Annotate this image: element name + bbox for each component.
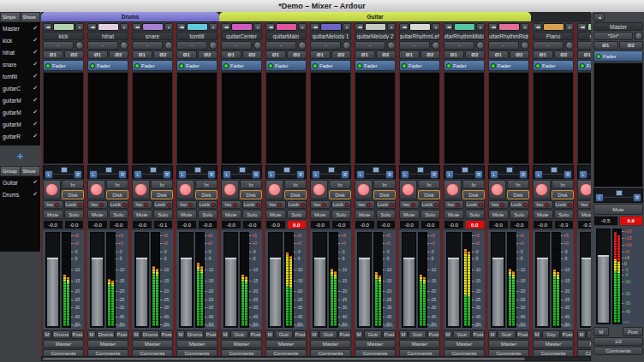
- strip-input-button[interactable]: -: [355, 41, 385, 50]
- solo-isolate-button[interactable]: Iso: [488, 200, 509, 209]
- monitor-input-button[interactable]: In: [62, 180, 84, 189]
- strip-name-button[interactable]: guitarRhythmLeft: [399, 32, 440, 40]
- gain-display[interactable]: -0.0: [132, 220, 152, 229]
- pan-left-button[interactable]: L: [89, 170, 98, 179]
- comments-button[interactable]: Comments: [577, 349, 591, 356]
- fader-processor-entry[interactable]: Fader: [87, 60, 128, 71]
- monitor-disk-button[interactable]: Disk: [462, 190, 485, 199]
- trim-knob[interactable]: [164, 41, 173, 50]
- monitor-disk-button[interactable]: Disk: [418, 190, 440, 199]
- fader-processor-entry[interactable]: Fader: [577, 60, 591, 71]
- meter-point-button[interactable]: Post: [160, 330, 173, 339]
- sidebar-strip-row[interactable]: guitarM✓: [0, 118, 40, 130]
- panner[interactable]: L R: [265, 165, 307, 179]
- add-track-button[interactable]: +: [17, 150, 24, 163]
- pan-right-button[interactable]: R: [385, 170, 394, 179]
- processor-led[interactable]: [45, 63, 51, 68]
- monitor-disk-button[interactable]: Disk: [552, 190, 574, 199]
- record-arm-button[interactable]: [132, 180, 150, 199]
- pan-handle[interactable]: [417, 167, 424, 173]
- solo-button[interactable]: Solo: [376, 210, 397, 219]
- pan-left-button[interactable]: L: [312, 170, 320, 179]
- trim-knob[interactable]: [297, 41, 307, 50]
- processor-box[interactable]: [221, 72, 262, 164]
- peak-display[interactable]: -0.3: [554, 220, 575, 229]
- solo-button[interactable]: Solo: [331, 210, 352, 219]
- strip-color-bar[interactable]: [365, 23, 386, 31]
- pan-left-button[interactable]: L: [445, 170, 454, 179]
- group-button[interactable]: Grp: [542, 330, 560, 339]
- gain-display[interactable]: -0.0: [87, 220, 108, 229]
- pan-left-button[interactable]: L: [178, 170, 187, 179]
- peak-display[interactable]: -0.0: [510, 220, 530, 229]
- pan-right-button[interactable]: R: [341, 170, 349, 179]
- show-checkbox[interactable]: ✓: [33, 191, 38, 198]
- show-checkbox[interactable]: ✓: [33, 37, 38, 44]
- meter-point-button[interactable]: Post: [383, 330, 396, 339]
- group-button[interactable]: Drums: [97, 330, 115, 339]
- trim-knob[interactable]: [431, 41, 440, 50]
- output-button[interactable]: Master: [221, 340, 262, 348]
- strip-color-bar[interactable]: [53, 23, 75, 31]
- group-button[interactable]: Grp: [587, 330, 591, 339]
- master-name-button[interactable]: Master: [593, 22, 643, 31]
- strip-close-button[interactable]: ×: [120, 23, 128, 31]
- strip-close-button[interactable]: ×: [164, 23, 173, 31]
- gain-display[interactable]: -0.0: [488, 220, 509, 229]
- group-button[interactable]: Drums: [141, 330, 159, 339]
- pan-handle[interactable]: [616, 190, 623, 196]
- trim-knob[interactable]: [208, 41, 218, 50]
- trim-knob[interactable]: [253, 41, 262, 50]
- strip-close-button[interactable]: ×: [476, 23, 485, 31]
- mute-button[interactable]: Mute: [444, 210, 464, 219]
- pan-left-button[interactable]: L: [595, 193, 604, 202]
- master-output-button[interactable]: 1/2: [593, 337, 643, 346]
- show-checkbox[interactable]: ✓: [33, 179, 38, 186]
- output-button[interactable]: Master: [577, 340, 591, 348]
- strip-name-button[interactable]: guitarRhythmMiddle: [444, 32, 485, 40]
- pan-handle[interactable]: [194, 167, 201, 173]
- solo-lock-button[interactable]: Lock: [510, 200, 530, 209]
- gain-fader[interactable]: [90, 232, 104, 328]
- sidebar-group-row[interactable]: Guitar✓: [0, 176, 40, 188]
- monitor-disk-button[interactable]: Disk: [329, 190, 351, 199]
- output-button[interactable]: Master: [488, 340, 529, 348]
- solo-lock-button[interactable]: Lock: [287, 200, 307, 209]
- strip-close-button[interactable]: ×: [209, 23, 218, 31]
- comments-button[interactable]: Comments: [310, 349, 351, 356]
- master-trim-knob[interactable]: [634, 32, 643, 40]
- metering-button[interactable]: M: [132, 330, 140, 339]
- monitor-input-button[interactable]: In: [151, 180, 173, 189]
- trim-knob[interactable]: [75, 41, 84, 50]
- strip-input-button[interactable]: -: [444, 41, 474, 50]
- scrollbar-thumb[interactable]: [43, 358, 525, 360]
- group-button[interactable]: Gutr: [319, 330, 337, 339]
- pan-right-button[interactable]: R: [474, 170, 483, 179]
- record-arm-button[interactable]: [355, 180, 373, 199]
- monitor-input-button[interactable]: In: [373, 180, 396, 189]
- pan-left-button[interactable]: L: [45, 170, 53, 179]
- strip-close-button[interactable]: ×: [521, 23, 529, 31]
- mute-button[interactable]: Mute: [176, 210, 197, 219]
- record-arm-button[interactable]: [310, 180, 328, 199]
- pan-right-button[interactable]: R: [252, 170, 260, 179]
- meter-point-button[interactable]: Post: [472, 330, 485, 339]
- strip-close-button[interactable]: ×: [253, 23, 262, 31]
- strip-input-button[interactable]: -: [265, 41, 296, 50]
- processor-box[interactable]: [577, 72, 591, 164]
- fader-processor-entry[interactable]: Fader: [355, 60, 396, 71]
- strip-name-button[interactable]: hihat: [87, 32, 128, 40]
- show-checkbox[interactable]: ✓: [33, 25, 38, 32]
- solo-lock-button[interactable]: Lock: [64, 200, 85, 209]
- processor-box[interactable]: [176, 72, 218, 164]
- solo-button[interactable]: Solo: [109, 210, 129, 219]
- strip-name-button[interactable]: kick: [43, 32, 84, 40]
- trim-knob[interactable]: [342, 41, 351, 50]
- solo-lock-button[interactable]: Lock: [420, 200, 441, 209]
- show-checkbox[interactable]: ✓: [33, 49, 38, 56]
- monitor-disk-button[interactable]: Disk: [373, 190, 396, 199]
- processor-led[interactable]: [446, 63, 451, 68]
- processor-led[interactable]: [402, 63, 407, 68]
- sidebar-strip-row[interactable]: kick✓: [0, 34, 40, 46]
- group-button[interactable]: Gutr: [230, 330, 248, 339]
